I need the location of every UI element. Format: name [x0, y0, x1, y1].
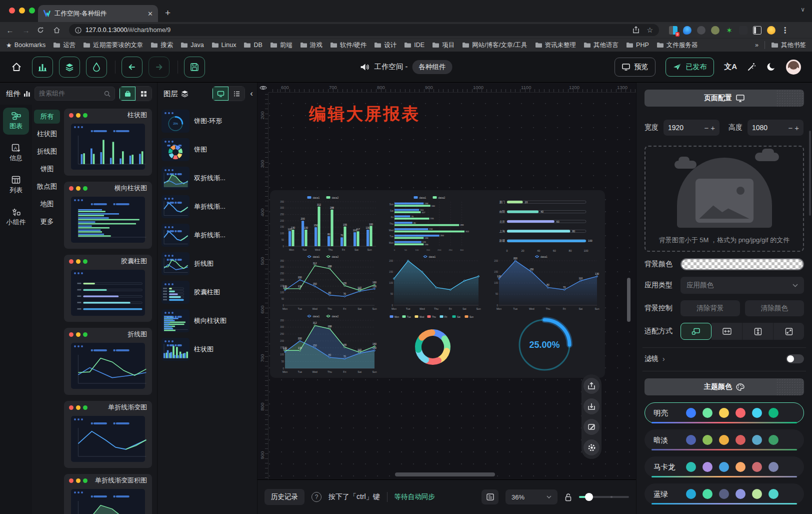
bookmark-star-icon[interactable]: ☆ — [646, 26, 653, 34]
bookmark-folder[interactable]: Java — [180, 41, 204, 50]
dark-mode-moon-icon[interactable] — [766, 62, 776, 72]
canvas-chart-line[interactable]: data1data2050100150200250300350120200150… — [275, 253, 378, 311]
bookmark-folder[interactable]: 近期需要读的文章 — [83, 41, 143, 50]
grid-view-toggle[interactable] — [136, 87, 152, 101]
bookmark-folder[interactable]: IDE — [404, 41, 424, 50]
height-value[interactable]: 1080 — [752, 124, 786, 132]
width-decrement[interactable]: − — [704, 124, 708, 132]
reload-icon[interactable] — [37, 27, 47, 34]
collapse-panel-icon[interactable]: ‹ — [250, 89, 253, 99]
bookmark-folder[interactable]: 前端 — [270, 41, 292, 50]
clear-background-button[interactable]: 清除背景 — [680, 300, 740, 316]
app-type-select[interactable]: 应用颜色 — [680, 277, 804, 294]
minimize-window-button[interactable] — [19, 8, 25, 14]
design-canvas[interactable]: 6007008009001000110012001300 20030040050… — [258, 83, 636, 479]
component-card-line2[interactable]: 折线图 — [64, 328, 152, 395]
canvas-chart-bar[interactable]: data1data2050100150200250300350120130Mon… — [275, 194, 378, 252]
height-increment[interactable]: + — [794, 124, 799, 132]
theme-row-3[interactable]: 蓝绿 — [644, 483, 804, 504]
background-upload-dropzone[interactable]: 背景图需小于 5M ，格式为 png/jpg/gif 的文件 — [644, 146, 804, 252]
category-item-1[interactable]: 柱状图 — [34, 127, 60, 141]
fit-scale-option[interactable] — [680, 323, 712, 340]
bookmark-folder[interactable]: 搜索 — [150, 41, 173, 50]
category-item-3[interactable]: 饼图 — [34, 162, 60, 176]
charts-panel-toggle-button[interactable] — [32, 57, 53, 78]
zoom-slider[interactable] — [579, 496, 629, 498]
zoom-slider-handle[interactable] — [585, 493, 593, 501]
lock-icon[interactable] — [564, 493, 572, 501]
bookmark-folder[interactable]: PHP — [626, 41, 649, 50]
footer-panel-icon[interactable] — [482, 489, 498, 504]
chevron-right-icon[interactable]: › — [662, 355, 665, 363]
dashboard-page-title[interactable]: 编辑大屏报表 — [309, 103, 420, 126]
import-button[interactable] — [584, 398, 600, 414]
chevron-down-icon[interactable]: ∨ — [800, 6, 805, 13]
other-bookmarks-folder[interactable]: 其他书签 — [771, 41, 806, 50]
forward-icon[interactable]: → — [21, 26, 31, 35]
zoom-select[interactable]: 36% — [506, 489, 558, 504]
canvas-chart-dual-gradient-line[interactable]: data1050100150200MonTueWedThuFriSatSun — [384, 253, 482, 311]
bookmark-folder[interactable]: DB — [244, 41, 262, 50]
layer-item-4[interactable]: 单折线渐... — [162, 224, 253, 247]
browser-tab[interactable]: 工作空间-各种组件 ✕ — [38, 5, 158, 22]
export-button[interactable] — [584, 378, 600, 394]
canvas-chart-gradient-line[interactable]: data10501001502001202001508070110130MonT… — [489, 253, 600, 311]
bookmark-folder[interactable]: 设计 — [374, 41, 396, 50]
search-input[interactable]: 搜索组件 — [34, 87, 115, 101]
layer-item-6[interactable]: 胶囊柱图 — [162, 281, 253, 304]
layer-item-3[interactable]: 单折线渐... — [162, 195, 253, 218]
magic-wand-icon[interactable] — [747, 62, 756, 72]
category-item-6[interactable]: 更多 — [34, 215, 60, 229]
bookmark-folder[interactable]: 游戏 — [300, 41, 322, 50]
fit-height-option[interactable] — [742, 323, 774, 340]
canvas-chart-horizontal-bar[interactable]: data1data2050100150200250300Sun130160Sat… — [384, 194, 482, 252]
publish-button[interactable]: 已发布 — [666, 58, 714, 77]
page-config-header[interactable]: 页面配置 — [644, 90, 804, 107]
width-value[interactable]: 1920 — [668, 124, 702, 132]
layers-list-view-toggle[interactable] — [228, 87, 244, 101]
ext-cmd-icon[interactable] — [697, 26, 706, 35]
layer-item-2[interactable]: 双折线渐... — [162, 167, 253, 190]
maximize-window-button[interactable] — [29, 8, 35, 14]
category-item-4[interactable]: 散点图 — [34, 180, 60, 194]
canvas-chart-capsule[interactable]: 厦门20南阳40北京60上海80新疆100020406080100 — [489, 194, 600, 253]
preview-button[interactable]: 预览 — [614, 58, 656, 77]
component-card-line[interactable]: 单折线渐变图 — [64, 401, 152, 468]
browser-menu-icon[interactable]: ⋮ — [781, 26, 789, 35]
filter-toggle[interactable] — [786, 354, 804, 363]
sidebar-item-3[interactable]: 小组件 — [3, 204, 29, 231]
canvas-chart-area[interactable]: data1data2050100150200250300350120200150… — [275, 313, 378, 374]
bg-color-swatch[interactable] — [680, 258, 804, 270]
component-card-capsule[interactable]: 胶囊柱图 — [64, 255, 152, 322]
user-avatar[interactable] — [786, 60, 801, 75]
dashboard-preview[interactable]: data1data2050100150200250300350120130Mon… — [270, 190, 605, 378]
sidebar-item-0[interactable]: 图表 — [3, 108, 29, 135]
component-card-bar[interactable]: 柱状图 — [64, 109, 152, 176]
share-icon[interactable] — [632, 26, 640, 34]
canvas-chart-pie[interactable]: MonTueWedThuFriSatSun — [384, 313, 482, 375]
layer-item-1[interactable]: 饼图 — [162, 138, 253, 161]
layer-item-7[interactable]: 横向柱状图 — [162, 309, 253, 332]
help-icon[interactable]: ? — [312, 492, 322, 502]
bookmark-folder[interactable]: 其他语言 — [584, 41, 618, 50]
canvas-chart-progress-ring[interactable]: 25.00% — [489, 312, 600, 376]
fit-full-option[interactable] — [774, 323, 804, 340]
ext-pin-icon[interactable] — [739, 26, 748, 35]
component-card-area[interactable]: 单折线渐变面积图 — [64, 474, 152, 514]
bookmark-folder[interactable]: Linux — [212, 41, 236, 50]
theme-color-header[interactable]: 主题颜色 — [644, 378, 804, 395]
bookmarks-overflow-icon[interactable]: » — [755, 42, 758, 49]
tab-close-icon[interactable]: ✕ — [148, 10, 153, 18]
layers-panel-toggle-button[interactable] — [59, 57, 80, 78]
ext-drop-icon[interactable] — [683, 26, 692, 35]
theme-row-1[interactable]: 暗淡 — [644, 429, 804, 450]
bookmark-folder[interactable]: 文件服务器 — [656, 41, 698, 50]
theme-row-0[interactable]: 明亮 — [644, 402, 804, 423]
layer-item-8[interactable]: 柱状图 — [162, 338, 253, 361]
category-item-0[interactable]: 所有 — [34, 110, 60, 124]
theme-row-2[interactable]: 马卡龙 — [644, 456, 804, 477]
category-item-2[interactable]: 折线图 — [34, 145, 60, 159]
settings-scrollbar[interactable] — [809, 131, 811, 216]
translate-icon[interactable]: 文A — [724, 62, 737, 72]
home-icon[interactable] — [53, 27, 63, 34]
